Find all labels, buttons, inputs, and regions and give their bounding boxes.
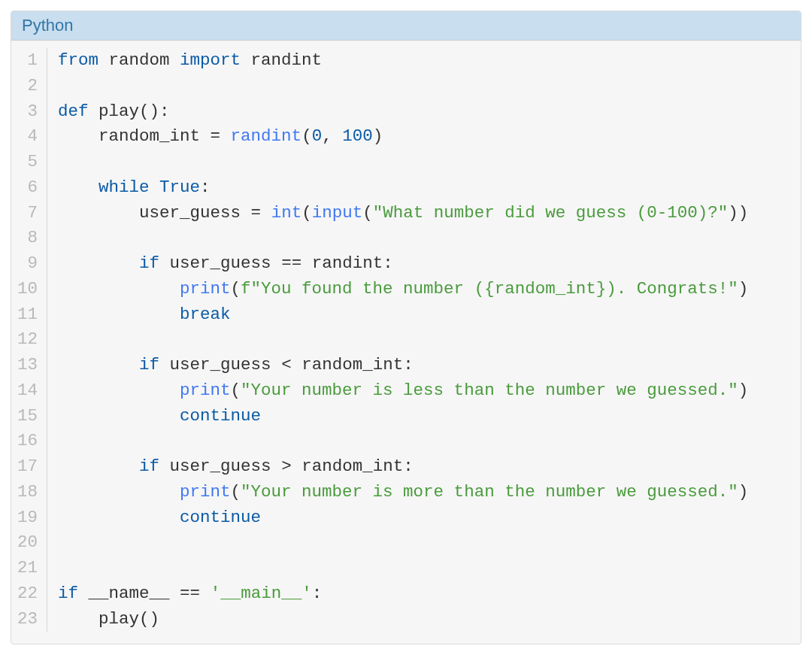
line-number: 4 <box>17 124 38 150</box>
code-line: if user_guess > random_int: <box>58 454 789 480</box>
line-number: 20 <box>17 530 38 556</box>
code-line <box>58 429 789 454</box>
line-number: 15 <box>17 404 38 429</box>
code-line: if user_guess < random_int: <box>58 353 789 378</box>
line-number: 17 <box>17 454 38 480</box>
line-number: 2 <box>17 74 38 99</box>
code-line: from random import randint <box>58 48 789 74</box>
code-line: user_guess = int(input("What number did … <box>58 201 789 226</box>
line-number: 11 <box>17 302 38 328</box>
code-line <box>58 226 789 251</box>
code-line: print(f"You found the number ({random_in… <box>58 277 789 302</box>
line-number: 21 <box>17 556 38 581</box>
code-line <box>58 556 789 581</box>
code-language-header: Python <box>11 11 801 41</box>
line-number: 6 <box>17 175 38 201</box>
code-line <box>58 530 789 556</box>
code-line: random_int = randint(0, 100) <box>58 124 789 150</box>
line-number: 10 <box>17 277 38 302</box>
code-line: def play(): <box>58 99 789 125</box>
line-number: 5 <box>17 150 38 175</box>
line-number: 8 <box>17 226 38 251</box>
code-body: 1234567891011121314151617181920212223 fr… <box>11 41 801 644</box>
code-block: Python 123456789101112131415161718192021… <box>11 11 801 644</box>
line-number: 18 <box>17 480 38 505</box>
line-number: 16 <box>17 429 38 454</box>
code-line <box>58 74 789 99</box>
line-number: 1 <box>17 48 38 74</box>
code-line: if __name__ == '__main__': <box>58 581 789 607</box>
line-number: 19 <box>17 505 38 531</box>
code-language-label: Python <box>22 16 74 35</box>
line-number: 3 <box>17 99 38 125</box>
code-line: if user_guess == randint: <box>58 251 789 277</box>
code-line: print("Your number is more than the numb… <box>58 480 789 505</box>
line-number: 9 <box>17 251 38 277</box>
code-line: print("Your number is less than the numb… <box>58 378 789 404</box>
line-number: 14 <box>17 378 38 404</box>
code-content: from random import randint def play(): r… <box>47 48 801 632</box>
line-number: 13 <box>17 353 38 378</box>
code-line <box>58 327 789 353</box>
line-number: 7 <box>17 201 38 226</box>
code-line: while True: <box>58 175 789 201</box>
code-line: continue <box>58 505 789 531</box>
code-line: continue <box>58 404 789 429</box>
line-number: 12 <box>17 327 38 353</box>
code-line: play() <box>58 607 789 632</box>
line-number: 22 <box>17 581 38 607</box>
code-line: break <box>58 302 789 328</box>
line-number: 23 <box>17 607 38 632</box>
code-line <box>58 150 789 175</box>
line-number-gutter: 1234567891011121314151617181920212223 <box>11 48 47 632</box>
